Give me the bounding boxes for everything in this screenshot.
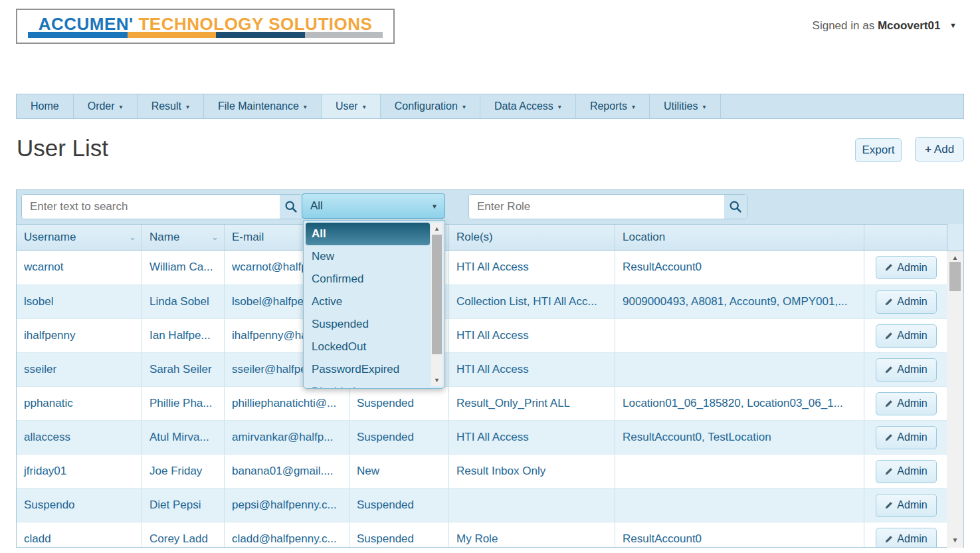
admin-button[interactable]: Admin — [876, 426, 937, 449]
status-option-lockedout[interactable]: LockedOut — [306, 336, 430, 358]
chevron-down-icon[interactable]: ⌄ — [129, 225, 136, 250]
cell-roles: Result Inbox Only — [449, 455, 615, 488]
status-option-suspended[interactable]: Suspended — [306, 313, 430, 336]
status-option-disabled[interactable]: Disabled — [306, 381, 430, 389]
user-table-body: wcarnot William Ca... wcarnot@halfpe HTI… — [17, 251, 963, 548]
table-row: wcarnot William Ca... wcarnot@halfpe HTI… — [17, 251, 963, 284]
pencil-icon — [884, 263, 893, 272]
user-list-page: ACCUMEN' TECHNOLOGY SOLUTIONS Signed in … — [0, 0, 980, 553]
cell-username: cladd — [17, 522, 142, 548]
cell-email: philliephanatichti@... — [225, 387, 349, 420]
nav-item-home[interactable]: Home — [17, 94, 74, 118]
role-search-button[interactable] — [724, 195, 747, 219]
table-row: pphanatic Phillie Pha... philliephanatic… — [17, 386, 963, 420]
cell-location — [615, 489, 864, 522]
nav-item-user[interactable]: User▾ — [322, 94, 381, 118]
cell-username: ihalfpenny — [17, 319, 142, 352]
nav-item-data-access[interactable]: Data Access▾ — [480, 94, 576, 118]
admin-button[interactable]: Admin — [876, 256, 937, 279]
chevron-down-icon: ▾ — [703, 103, 706, 110]
role-input[interactable] — [469, 195, 724, 219]
admin-button[interactable]: Admin — [876, 460, 937, 483]
nav-item-reports[interactable]: Reports▾ — [576, 94, 650, 118]
admin-button[interactable]: Admin — [876, 324, 937, 348]
chevron-down-icon[interactable]: ⌄ — [211, 225, 219, 250]
table-scrollbar[interactable]: ▲ ▼ — [947, 251, 964, 548]
cell-actions: Admin — [864, 319, 947, 352]
nav-label: Order — [88, 100, 115, 112]
search-button[interactable] — [280, 195, 302, 219]
cell-location: ResultAccount0, TestLocation — [615, 421, 864, 454]
cell-roles: My Role — [449, 522, 615, 548]
nav-item-order[interactable]: Order▾ — [74, 94, 138, 118]
pencil-icon — [884, 467, 893, 476]
status-filter-selected-value: All — [302, 199, 431, 213]
status-option-passwordexpired[interactable]: PasswordExpired — [306, 358, 430, 381]
nav-item-result[interactable]: Result▾ — [138, 94, 204, 118]
table-row: ihalfpenny Ian Halfpe... ihalfpenny@half… — [17, 318, 963, 352]
pencil-icon — [884, 399, 893, 408]
status-option-new[interactable]: New — [306, 245, 430, 268]
cell-username: allaccess — [17, 421, 142, 454]
search-input[interactable] — [22, 195, 280, 219]
admin-label: Admin — [897, 465, 927, 477]
admin-label: Admin — [897, 533, 927, 545]
admin-button[interactable]: Admin — [876, 392, 937, 415]
table-row: jfriday01 Joe Friday banana01@gmail.... … — [17, 454, 963, 488]
column-header-location[interactable]: Location — [615, 225, 864, 250]
cell-roles: HTI All Access — [449, 319, 615, 352]
nav-item-utilities[interactable]: Utilities▾ — [650, 94, 721, 118]
status-filter-options-panel: All New Confirmed Active Suspended Locke… — [303, 220, 445, 389]
dropdown-scrollbar[interactable]: ▲ ▼ — [431, 223, 442, 386]
status-option-active[interactable]: Active — [306, 290, 430, 313]
cell-username: pphanatic — [17, 387, 142, 420]
cell-roles: Result_Only_Print ALL — [449, 387, 615, 420]
admin-button[interactable]: Admin — [876, 358, 937, 382]
cell-actions: Admin — [864, 387, 947, 420]
admin-button[interactable]: Admin — [876, 528, 937, 548]
column-label: Location — [623, 231, 665, 243]
admin-button[interactable]: Admin — [876, 290, 937, 314]
cell-location — [615, 319, 864, 352]
user-table: Username⌄ Name⌄ E-mail Role(s) Location … — [16, 224, 964, 548]
cell-actions: Admin — [864, 421, 947, 454]
status-option-all[interactable]: All — [306, 223, 430, 245]
cell-status: Suspended — [349, 522, 449, 548]
column-header-roles[interactable]: Role(s) — [449, 225, 615, 250]
table-row: sseiler Sarah Seiler sseiler@halfpenn HT… — [17, 352, 963, 386]
export-button[interactable]: Export — [855, 138, 902, 162]
status-filter-dropdown[interactable]: All ▼ — [302, 193, 445, 219]
user-table-header: Username⌄ Name⌄ E-mail Role(s) Location — [17, 224, 963, 251]
logo-bar-segment — [128, 32, 217, 38]
cell-email: banana01@gmail.... — [225, 455, 349, 488]
scroll-up-icon[interactable]: ▲ — [947, 254, 963, 261]
cell-email: pepsi@halfpenny.c... — [225, 489, 349, 522]
cell-status: Suspended — [349, 387, 449, 420]
signed-in-menu[interactable]: Signed in as Mcoovert01 ▼ — [813, 19, 957, 33]
dropdown-scrollbar-thumb[interactable] — [432, 235, 442, 354]
column-header-name[interactable]: Name⌄ — [142, 225, 225, 250]
nav-item-configuration[interactable]: Configuration▾ — [381, 94, 480, 118]
scroll-down-icon[interactable]: ▼ — [947, 536, 963, 544]
nav-item-file-maintenance[interactable]: File Maintenance▾ — [204, 94, 322, 118]
scroll-up-icon[interactable]: ▲ — [431, 224, 442, 233]
scroll-down-icon[interactable]: ▼ — [431, 376, 442, 385]
cell-actions: Admin — [864, 489, 947, 522]
cell-name: Atul Mirva... — [142, 421, 225, 454]
cell-status: New — [349, 455, 449, 488]
table-scrollbar-thumb[interactable] — [949, 262, 961, 291]
add-button[interactable]: +Add — [915, 137, 964, 162]
status-option-confirmed[interactable]: Confirmed — [306, 268, 430, 290]
admin-button[interactable]: Admin — [876, 494, 937, 517]
admin-label: Admin — [897, 262, 927, 274]
admin-label: Admin — [897, 431, 927, 443]
signed-in-prefix: Signed in as — [813, 19, 875, 32]
admin-label: Admin — [897, 397, 927, 409]
table-scrollbar-header-cell — [947, 224, 964, 251]
nav-label: Data Access — [494, 100, 553, 112]
column-label: Role(s) — [456, 231, 493, 243]
filter-toolbar — [16, 189, 964, 224]
nav-label: Reports — [590, 100, 627, 112]
nav-label: Configuration — [395, 100, 458, 112]
column-header-username[interactable]: Username⌄ — [17, 225, 142, 250]
